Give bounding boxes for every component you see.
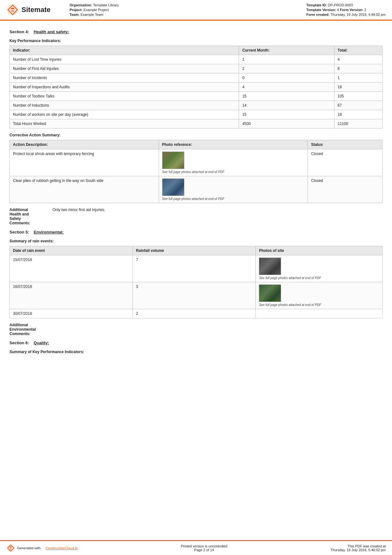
- corrective-action-cell: Clear piles of rubbish getting in the wa…: [10, 176, 159, 203]
- rain-date-cell: 30/07/2018: [10, 309, 133, 318]
- table-row: Protect local shrub areas with temporary…: [10, 149, 383, 176]
- table-cell: Number of Inductions: [10, 101, 239, 110]
- corrective-status-cell: Closed: [308, 149, 383, 176]
- section5-heading: Section 5: Environmental:: [9, 230, 383, 234]
- footer-logo: Generated with ConstructionCloud.io: [6, 544, 78, 552]
- form-created-line: Form created: Thursday, 19 July 2018, 4:…: [306, 13, 386, 16]
- kpi-col-month: Current Month:: [239, 46, 334, 55]
- photo-thumbnail: [259, 284, 281, 302]
- photo-thumbnail: [259, 258, 281, 275]
- table-cell: Number of workers on site per day (avera…: [10, 110, 239, 119]
- table-cell: 4: [239, 83, 334, 92]
- page-footer: Generated with ConstructionCloud.io Prin…: [0, 540, 392, 555]
- logo-text: Sitemate: [21, 6, 51, 14]
- kpi-col-indicator: Indicator:: [10, 46, 239, 55]
- footer-page-info: Printed version is uncontrolledPage 2 of…: [181, 544, 227, 552]
- table-cell: 11100: [334, 119, 382, 128]
- table-cell: 1: [239, 55, 334, 64]
- table-cell: 105: [334, 92, 382, 101]
- table-row: 16/07/20183See full page photos attached…: [10, 282, 383, 309]
- additional-health-value: Only two minor first aid injuries.: [52, 208, 383, 225]
- footer-center: Printed version is uncontrolledPage 2 of…: [90, 544, 318, 552]
- kpi-col-total: Total:: [334, 46, 382, 55]
- section4-heading: Section 4: Health and safety:: [9, 29, 383, 34]
- corrective-col-status: Status: [308, 140, 383, 149]
- footer-timestamp: This PDF was created atThursday, 19 July…: [330, 544, 386, 552]
- section6-sub-heading: Summary of Key Performance Indicators:: [9, 350, 383, 354]
- rain-volume-cell: 7: [133, 255, 256, 282]
- kpi-table: Indicator: Current Month: Total: Number …: [9, 46, 383, 128]
- rain-col-photos: Photos of site: [256, 246, 383, 255]
- table-cell: 18: [334, 110, 382, 119]
- table-cell: 4500: [239, 119, 334, 128]
- table-row: Number of Inspections and Audits418: [10, 83, 383, 92]
- rain-photo-cell: See full page photos attached at end of …: [256, 282, 383, 309]
- footer-link[interactable]: ConstructionCloud.io: [46, 546, 78, 550]
- table-cell: Number of Lost Time Injuries: [10, 55, 239, 64]
- rain-volume-cell: 2: [133, 309, 256, 318]
- table-row: 15/07/20187See full page photos attached…: [10, 255, 383, 282]
- page-header: Sitemate Organisation: Template Library …: [0, 0, 392, 21]
- rain-date-cell: 15/07/2018: [10, 255, 133, 282]
- rain-heading: Summary of rain events:: [9, 239, 383, 243]
- additional-health-block: AdditionalHealth andSafetyComments: Only…: [9, 208, 383, 225]
- photo-thumbnail: [162, 152, 184, 169]
- table-cell: 15: [239, 110, 334, 119]
- main-content: Section 4: Health and safety: Key Perfor…: [0, 21, 392, 388]
- table-row: 30/07/20182: [10, 309, 383, 318]
- rain-table: Date of rain event Rainfall volume Photo…: [9, 246, 383, 318]
- table-cell: Number of Inspections and Audits: [10, 83, 239, 92]
- rain-photo-cell: See full page photos attached at end of …: [256, 255, 383, 282]
- corrective-heading: Corrective Action Summary:: [9, 133, 383, 137]
- table-cell: 0: [239, 73, 334, 83]
- header-meta: Organisation: Template Library Project: …: [70, 3, 386, 16]
- template-version-line: Template Version: 4 Form Version: 2: [306, 8, 386, 12]
- footer-right: This PDF was created atThursday, 19 July…: [330, 544, 386, 552]
- table-row: Number of Incidents01: [10, 73, 383, 83]
- additional-health-label: AdditionalHealth andSafetyComments:: [9, 208, 47, 225]
- additional-env-block: AdditionalEnvironmentalComments:: [9, 323, 383, 336]
- kpi-heading: Key Performance Indicators:: [9, 39, 383, 43]
- template-id-line: Template ID: DP-PROD-0003: [306, 3, 386, 7]
- table-cell: Total Hours Worked: [10, 119, 239, 128]
- table-cell: 15: [239, 92, 334, 101]
- header-col-right: Template ID: DP-PROD-0003 Template Versi…: [306, 3, 386, 16]
- table-cell: 6: [334, 64, 382, 73]
- table-row: Total Hours Worked450011100: [10, 119, 383, 128]
- footer-logo-icon: [6, 544, 15, 552]
- logo-block: Sitemate: [6, 3, 63, 16]
- rain-date-cell: 16/07/2018: [10, 282, 133, 309]
- photo-note: See full page photos attached at end of …: [162, 170, 305, 174]
- project-line: Project: Example Project: [70, 8, 119, 12]
- table-cell: 67: [334, 101, 382, 110]
- photo-thumbnail: [162, 178, 184, 196]
- organisation-line: Organisation: Template Library: [70, 3, 119, 7]
- corrective-photo-cell: See full page photos attached at end of …: [159, 176, 308, 203]
- table-row: Number of Lost Time Injuries14: [10, 55, 383, 64]
- additional-env-label: AdditionalEnvironmentalComments:: [9, 323, 47, 336]
- rain-col-volume: Rainfall volume: [133, 246, 256, 255]
- corrective-status-cell: Closed: [308, 176, 383, 203]
- photo-note: See full page photos attached at end of …: [259, 303, 379, 307]
- table-row: Number of Inductions1467: [10, 101, 383, 110]
- sitemate-logo-icon: [6, 3, 19, 16]
- table-cell: 14: [239, 101, 334, 110]
- corrective-col-action: Action Description:: [10, 140, 159, 149]
- rain-col-date: Date of rain event: [10, 246, 133, 255]
- table-cell: 2: [239, 64, 334, 73]
- table-row: Number of First Aid Injuries26: [10, 64, 383, 73]
- table-cell: 4: [334, 55, 382, 64]
- table-cell: 1: [334, 73, 382, 83]
- svg-point-0: [7, 4, 18, 16]
- corrective-table: Action Description: Photo reference: Sta…: [9, 140, 383, 203]
- header-col-left: Organisation: Template Library Project: …: [70, 3, 119, 16]
- table-row: Number of workers on site per day (avera…: [10, 110, 383, 119]
- additional-env-value: [52, 323, 383, 336]
- table-row: Clear piles of rubbish getting in the wa…: [10, 176, 383, 203]
- table-cell: Number of First Aid Injuries: [10, 64, 239, 73]
- table-cell: Number of Toolbox Talks: [10, 92, 239, 101]
- corrective-photo-cell: See full page photos attached at end of …: [159, 149, 308, 176]
- table-row: Number of Toolbox Talks15105: [10, 92, 383, 101]
- photo-note: See full page photos attached at end of …: [162, 197, 305, 201]
- svg-point-1: [7, 544, 15, 552]
